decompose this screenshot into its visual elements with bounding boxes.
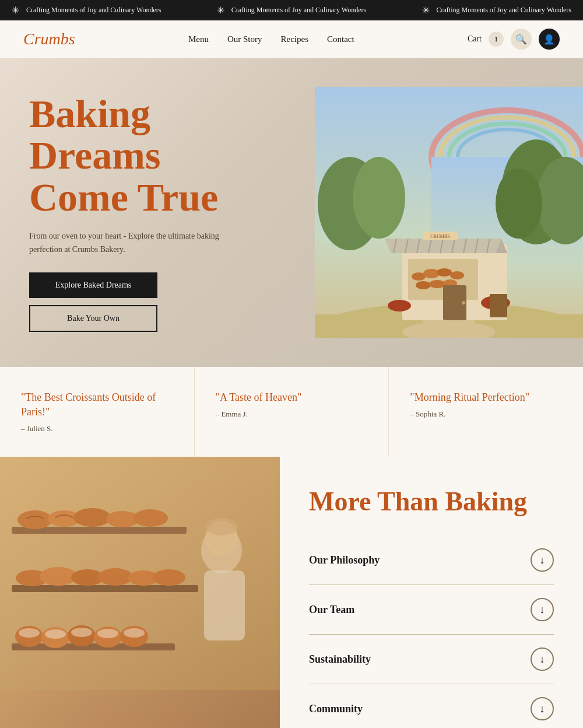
svg-text:CRUMBS: CRUMBS [430, 234, 449, 239]
more-section: More Than Baking Our Philosophy ↓ Our Te… [0, 457, 583, 728]
banner-star-2: ✳ [217, 5, 224, 16]
accordion-sustainability-btn[interactable]: ↓ [531, 648, 554, 671]
user-icon: 👤 [543, 34, 555, 45]
bake-own-button[interactable]: Bake Your Own [29, 305, 157, 332]
main-nav: Menu Our Story Recipes Contact [188, 34, 354, 44]
nav-our-story[interactable]: Our Story [227, 34, 262, 44]
more-content: More Than Baking Our Philosophy ↓ Our Te… [280, 457, 583, 728]
cart-count[interactable]: 1 [489, 32, 504, 47]
accordion-community-btn[interactable]: ↓ [531, 697, 554, 720]
banner-star-3: ✳ [422, 5, 430, 16]
testimonial-2-author: – Emma J. [216, 410, 368, 419]
search-icon: 🔍 [515, 34, 527, 45]
svg-point-37 [462, 301, 465, 304]
hero-scene-svg: CRUMBS [315, 87, 583, 338]
accordion-team[interactable]: Our Team ↓ [309, 585, 554, 635]
svg-point-11 [496, 169, 542, 239]
accordion-team-label: Our Team [309, 604, 354, 616]
header: Crumbs Menu Our Story Recipes Contact Ca… [0, 20, 583, 58]
accordion-philosophy-btn[interactable]: ↓ [531, 548, 554, 572]
explore-button[interactable]: Explore Baked Dreams [29, 272, 157, 298]
top-banner: ✳ Crafting Moments of Joy and Culinary W… [0, 0, 583, 20]
testimonial-3-author: – Sophia R. [410, 410, 562, 419]
accordion-community[interactable]: Community ↓ [309, 684, 554, 728]
user-button[interactable]: 👤 [539, 29, 560, 50]
svg-point-31 [437, 268, 452, 276]
nav-menu[interactable]: Menu [188, 34, 209, 44]
banner-item-3: ✳ Crafting Moments of Joy and Culinary W… [422, 5, 571, 16]
svg-point-34 [429, 280, 445, 288]
nav-contact[interactable]: Contact [327, 34, 354, 44]
hero-left: Baking Dreams Come True From our oven to… [0, 58, 315, 367]
testimonial-3: "Morning Ritual Perfection" – Sophia R. [389, 367, 583, 457]
testimonials-section: "The Best Croissants Outside of Paris!" … [0, 367, 583, 457]
testimonial-1: "The Best Croissants Outside of Paris!" … [0, 367, 195, 457]
testimonial-2-quote: "A Taste of Heaven" [216, 390, 368, 405]
hero-subtitle: From our oven to your heart - Explore th… [29, 230, 227, 256]
accordion-sustainability-label: Sustainability [309, 653, 371, 666]
hero-image: CRUMBS [315, 87, 583, 338]
testimonial-1-quote: "The Best Croissants Outside of Paris!" [21, 390, 173, 419]
testimonial-1-author: – Julien S. [21, 424, 173, 433]
hero-title: Baking Dreams Come True [29, 93, 286, 218]
photo-overlay [0, 457, 280, 728]
svg-rect-40 [490, 294, 507, 317]
banner-item-1: ✳ Crafting Moments of Joy and Culinary W… [12, 5, 161, 16]
testimonial-2: "A Taste of Heaven" – Emma J. [195, 367, 389, 457]
accordion-philosophy[interactable]: Our Philosophy ↓ [309, 536, 554, 585]
header-right: Cart 1 🔍 👤 [468, 29, 560, 50]
banner-star-1: ✳ [12, 5, 19, 16]
more-title: More Than Baking [309, 486, 554, 517]
bakery-photo [0, 457, 280, 728]
cart-label: Cart [468, 34, 482, 44]
accordion-philosophy-label: Our Philosophy [309, 554, 380, 566]
search-button[interactable]: 🔍 [511, 29, 532, 50]
svg-point-32 [450, 271, 464, 279]
svg-point-8 [353, 157, 405, 239]
hero-section: Baking Dreams Come True From our oven to… [0, 58, 583, 367]
logo: Crumbs [23, 30, 75, 48]
svg-point-38 [388, 300, 411, 312]
accordion-sustainability[interactable]: Sustainability ↓ [309, 635, 554, 684]
testimonial-3-quote: "Morning Ritual Perfection" [410, 390, 562, 405]
svg-point-33 [416, 281, 431, 289]
banner-item-2: ✳ Crafting Moments of Joy and Culinary W… [217, 5, 366, 16]
accordion-community-label: Community [309, 703, 363, 715]
nav-recipes[interactable]: Recipes [281, 34, 308, 44]
accordion-team-btn[interactable]: ↓ [531, 598, 554, 621]
